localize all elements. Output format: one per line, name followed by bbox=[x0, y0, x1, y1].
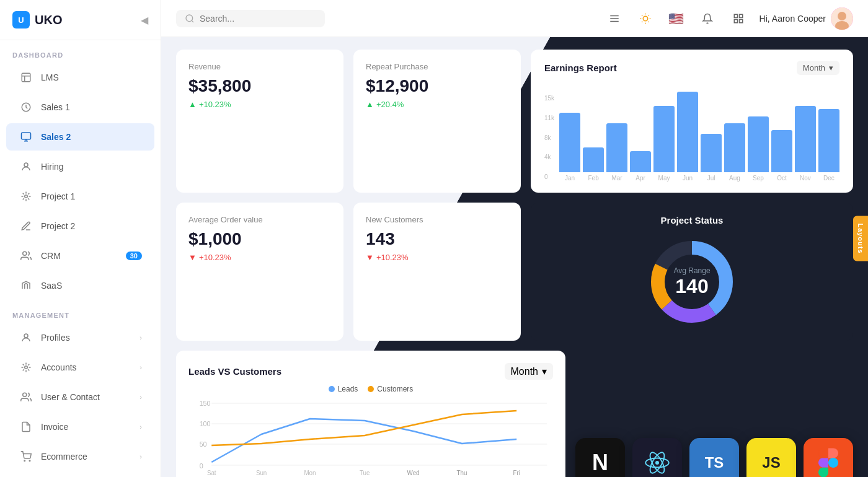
bar-wrap bbox=[748, 116, 769, 172]
leads-month-selector[interactable]: Month ▾ bbox=[505, 363, 553, 380]
figma-logo bbox=[804, 438, 853, 477]
chevron-down-icon: ▾ bbox=[829, 63, 833, 72]
svg-text:50: 50 bbox=[200, 440, 207, 448]
bar-wrap bbox=[559, 113, 580, 172]
user-contact-icon bbox=[19, 390, 33, 405]
sidebar-item-hiring[interactable]: Hiring bbox=[6, 153, 154, 180]
bar-label: Nov bbox=[795, 175, 816, 182]
sidebar-item-label-sales1: Sales 1 bbox=[41, 102, 70, 112]
bar bbox=[653, 106, 675, 172]
layouts-tab[interactable]: Layouts bbox=[853, 216, 868, 261]
sales1-icon bbox=[19, 100, 33, 115]
bar-label: Sep bbox=[748, 175, 769, 182]
sidebar-item-project2[interactable]: Project 2 bbox=[6, 212, 154, 240]
sidebar-item-project1[interactable]: Project 1 bbox=[6, 183, 154, 210]
sidebar-item-label-profiles: Profiles bbox=[41, 333, 70, 343]
svg-line-26 bbox=[648, 15, 649, 15]
collapse-button[interactable]: ◀ bbox=[141, 14, 148, 26]
repeat-purchase-card: Repeat Purchase $12,900 ▲ +20.4% bbox=[353, 50, 521, 193]
bar-label: Jul bbox=[701, 175, 722, 182]
accounts-chevron: › bbox=[140, 364, 142, 371]
user-contact-chevron: › bbox=[140, 393, 142, 401]
sidebar-item-crm[interactable]: CRM 30 bbox=[6, 242, 154, 269]
svg-text:Sun: Sun bbox=[256, 470, 267, 476]
search-input[interactable] bbox=[200, 14, 311, 24]
svg-rect-4 bbox=[22, 133, 31, 139]
new-customers-arrow-icon: ▼ bbox=[366, 253, 374, 262]
line-chart-svg: 150 100 50 0 Sat bbox=[188, 397, 553, 477]
sidebar-item-invoice[interactable]: Invoice › bbox=[6, 413, 154, 440]
legend-leads: Leads bbox=[329, 385, 358, 393]
bar-label: Feb bbox=[583, 175, 604, 182]
grid-icon[interactable] bbox=[728, 9, 748, 28]
bar-label: Mar bbox=[606, 175, 627, 182]
earnings-title: Earnings Report bbox=[544, 63, 617, 73]
down-arrow-icon: ▼ bbox=[188, 253, 197, 262]
project-status-card: Project Status Avg Range 140 bbox=[531, 203, 853, 341]
svg-point-5 bbox=[24, 163, 28, 167]
svg-line-25 bbox=[642, 21, 642, 22]
bell-icon[interactable] bbox=[698, 9, 717, 28]
bar bbox=[795, 106, 816, 172]
bar bbox=[771, 130, 792, 172]
legend-customers: Customers bbox=[368, 385, 413, 393]
bar bbox=[559, 113, 580, 172]
bar-labels: JanFebMarAprMayJunJulAugSepOctNovDec bbox=[559, 175, 839, 182]
sidebar-item-label-ecommerce: Ecommerce bbox=[41, 452, 87, 462]
menu-icon[interactable] bbox=[604, 9, 624, 28]
leads-chart-card: Leads VS Customers Month ▾ Leads bbox=[176, 351, 565, 477]
sidebar-item-accounts[interactable]: Accounts › bbox=[6, 354, 154, 381]
new-customers-card: New Customers 143 ▼ +10.23% bbox=[353, 203, 521, 341]
svg-rect-0 bbox=[22, 73, 30, 82]
logo-text: UKO bbox=[35, 13, 62, 27]
topbar-actions: 🇺🇸 Hi, Aaron Cooper bbox=[604, 7, 853, 30]
profiles-chevron: › bbox=[140, 334, 142, 341]
sidebar-item-profiles[interactable]: Profiles › bbox=[6, 324, 154, 351]
sidebar-item-label-sales2: Sales 2 bbox=[41, 132, 71, 142]
bar-wrap bbox=[606, 123, 627, 172]
bar-label: May bbox=[653, 175, 675, 182]
logo: U UKO bbox=[12, 11, 62, 28]
sun-icon[interactable] bbox=[636, 9, 655, 28]
up-arrow-icon: ▲ bbox=[188, 100, 197, 109]
tech-logos-area: N TS JS bbox=[575, 351, 853, 477]
sidebar-item-user-contact[interactable]: User & Contact › bbox=[6, 383, 154, 411]
crm-icon bbox=[19, 248, 33, 263]
repeat-label: Repeat Purchase bbox=[366, 62, 508, 71]
logo-icon: U bbox=[12, 11, 30, 28]
sidebar: U UKO ◀ DASHBOARD LMS Sales 1 Sales 2 Hi… bbox=[0, 0, 161, 477]
sidebar-item-sales1[interactable]: Sales 1 bbox=[6, 94, 154, 121]
bar-wrap bbox=[724, 123, 745, 172]
bar-label: Jun bbox=[677, 175, 698, 182]
sales2-icon bbox=[19, 129, 33, 144]
bar bbox=[748, 116, 769, 172]
sidebar-item-saas[interactable]: SaaS bbox=[6, 272, 154, 299]
revenue-label: Revenue bbox=[188, 62, 331, 71]
repeat-value: $12,900 bbox=[366, 76, 508, 96]
svg-text:Tue: Tue bbox=[360, 470, 370, 476]
sidebar-item-ecommerce[interactable]: Ecommerce › bbox=[6, 443, 154, 470]
hiring-icon bbox=[19, 159, 33, 174]
svg-text:100: 100 bbox=[200, 420, 211, 427]
donut-avg-label: Avg Range bbox=[673, 266, 710, 275]
sidebar-item-label-project1: Project 1 bbox=[41, 191, 75, 201]
svg-text:Sat: Sat bbox=[207, 470, 216, 476]
month-selector[interactable]: Month ▾ bbox=[797, 61, 839, 75]
ecommerce-icon bbox=[19, 449, 33, 464]
sidebar-item-sales2[interactable]: Sales 2 bbox=[6, 123, 154, 151]
flag-icon[interactable]: 🇺🇸 bbox=[666, 9, 686, 28]
user-name: Hi, Aaron Cooper bbox=[760, 14, 826, 24]
repeat-arrow-icon: ▲ bbox=[366, 100, 374, 109]
svg-rect-27 bbox=[734, 14, 737, 17]
svg-text:Mon: Mon bbox=[304, 470, 316, 476]
sidebar-item-lms[interactable]: LMS bbox=[6, 64, 154, 91]
avg-order-value: $1,000 bbox=[188, 229, 331, 249]
svg-point-9 bbox=[25, 366, 28, 369]
bar-chart bbox=[559, 92, 839, 172]
saas-icon bbox=[19, 278, 33, 293]
new-customers-change: ▼ +10.23% bbox=[366, 253, 508, 262]
nextjs-logo: N bbox=[575, 438, 625, 477]
search-wrap[interactable] bbox=[176, 10, 325, 27]
svg-point-11 bbox=[24, 460, 25, 462]
user-info[interactable]: Hi, Aaron Cooper bbox=[760, 7, 853, 30]
